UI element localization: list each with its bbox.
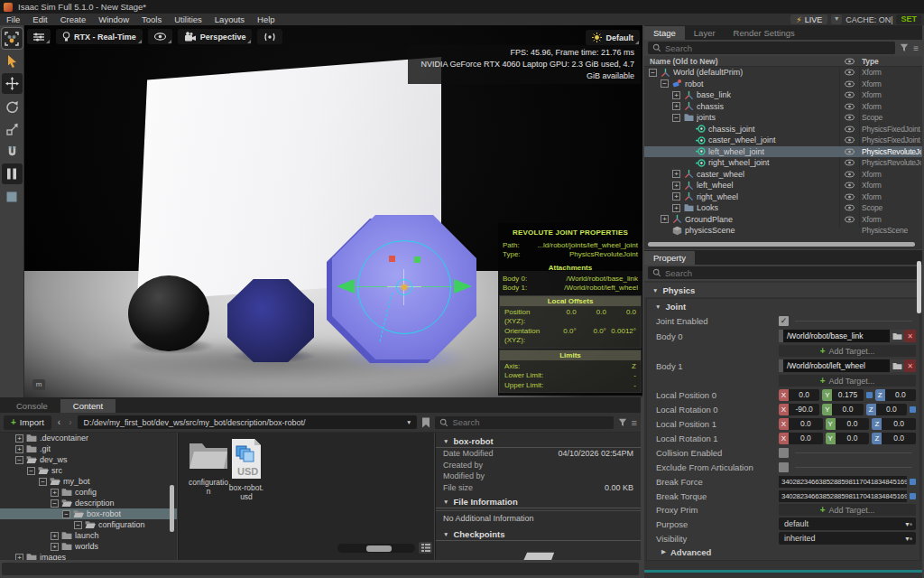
visibility-eye-icon[interactable] (842, 193, 856, 200)
tab-content[interactable]: Content (60, 399, 116, 413)
visibility-eye-icon[interactable] (842, 114, 856, 121)
field-local-rotation-1-z[interactable]: Z0.0 (872, 433, 916, 444)
axis-value[interactable]: 0.0 (836, 433, 870, 444)
axis-value[interactable]: 0.0 (789, 389, 819, 401)
section-advanced[interactable]: ▶Advanced (647, 545, 919, 558)
expander-icon[interactable]: + (15, 434, 23, 443)
stage-row-world-defaultprim[interactable]: −World (defaultPrim)Xform (644, 67, 922, 79)
visibility-eye-icon[interactable] (842, 204, 856, 211)
lighting-button[interactable]: Default (586, 30, 640, 45)
menu-file[interactable]: File (0, 14, 26, 24)
dropdown-purpose[interactable]: default▼ (779, 517, 916, 530)
stage-row-physicsscene[interactable]: physicsScenePhysicsScene (644, 225, 922, 237)
visibility-eye-icon[interactable] (842, 216, 856, 223)
file-information-header[interactable]: ▼File Information (436, 495, 641, 508)
bookmark-icon[interactable] (421, 417, 430, 428)
stage-search-input[interactable]: Search (648, 42, 895, 54)
tab-layer[interactable]: Layer (685, 26, 725, 40)
details-header[interactable]: ▼box-robot (436, 434, 641, 448)
expander-icon[interactable]: + (51, 543, 59, 551)
select-mode-tool-button[interactable] (2, 28, 23, 49)
target-path-value[interactable]: /World/robot/left_wheel (783, 359, 890, 372)
import-button[interactable]: +Import (4, 415, 51, 430)
expander-icon[interactable]: − (62, 510, 70, 518)
stage-horizontal-scrollbar[interactable] (648, 242, 915, 247)
folder-row-my-bot[interactable]: −my_bot (0, 476, 177, 487)
gizmo-handle-green[interactable] (414, 256, 420, 263)
number-field-break-force[interactable]: 340282346638528859811704183484516925440.… (779, 476, 907, 488)
expander-icon[interactable]: − (39, 478, 47, 486)
folder-row-launch[interactable]: +launch (0, 530, 177, 541)
viewport-settings-button[interactable] (27, 29, 51, 44)
stage-row-caster-wheel[interactable]: +caster_wheelXform (644, 169, 922, 181)
section-physics[interactable]: ▼Physics (644, 283, 922, 297)
viewport-3d[interactable]: RTX - Real-Time Perspective Default FPS:… (24, 25, 642, 397)
stage-row-robot[interactable]: −robotXform (644, 79, 922, 90)
expander-icon[interactable]: − (51, 499, 59, 508)
visibility-eye-icon[interactable] (842, 148, 856, 155)
expander-icon[interactable]: + (672, 204, 680, 212)
stage-row-left-wheel-joint[interactable]: left_wheel_jointPhysicsRevoluteJoint (644, 146, 922, 158)
expander-icon[interactable]: + (672, 91, 680, 99)
visibility-eye-icon[interactable] (842, 136, 856, 144)
stage-row-looks[interactable]: +LooksScope (644, 202, 922, 214)
options-icon[interactable]: ≡ (632, 417, 637, 428)
filter-icon[interactable] (618, 418, 627, 427)
cache-set-button[interactable]: SET (896, 14, 921, 24)
menu-edit[interactable]: Edit (26, 14, 53, 24)
gizmo-arrow-right[interactable] (454, 279, 472, 294)
add-target-button[interactable]: +Add Target... (779, 504, 916, 516)
expander-icon[interactable]: + (672, 192, 680, 200)
axis-value[interactable]: 0.0 (882, 418, 916, 430)
dropdown-visibility[interactable]: inherited▼ (779, 532, 916, 545)
field-local-rotation-1-x[interactable]: X0.0 (779, 433, 823, 444)
expander-icon[interactable]: − (15, 456, 23, 464)
list-view-toggle[interactable] (419, 542, 432, 554)
scale-tool-button[interactable] (2, 118, 23, 139)
visibility-eye-icon[interactable] (842, 182, 856, 189)
field-local-rotation-0-x[interactable]: X-90.0 (779, 404, 819, 415)
live-dropdown-icon[interactable]: ▼ (831, 14, 842, 24)
stage-row-groundplane[interactable]: +GroundPlaneXform (644, 214, 922, 226)
live-button[interactable]: ⚡LIVE (790, 14, 827, 24)
expander-icon[interactable]: + (661, 215, 669, 223)
field-local-position-1-y[interactable]: Y0.0 (826, 418, 870, 430)
folder-row-config[interactable]: +config (0, 487, 177, 498)
expander-icon[interactable]: − (27, 467, 35, 475)
visibility-eye-icon[interactable] (842, 69, 856, 76)
section-joint[interactable]: ▼Joint (647, 299, 919, 313)
gizmo-center-dot[interactable] (402, 284, 407, 290)
stage-column-header[interactable]: Name (Old to New) Type (644, 56, 922, 67)
field-local-position-0-y[interactable]: Y0.175 (822, 389, 863, 401)
stage-row-base-link[interactable]: +base_linkXform (644, 89, 922, 101)
camera-button[interactable]: Perspective (178, 29, 253, 44)
browse-folder-icon[interactable] (890, 359, 904, 372)
field-local-position-1-x[interactable]: X0.0 (779, 418, 823, 430)
checkpoints-header[interactable]: ▼Checkpoints (436, 527, 641, 541)
menu-help[interactable]: Help (251, 14, 282, 24)
axis-value[interactable]: 0.0 (882, 433, 916, 444)
expander-icon[interactable]: + (672, 182, 680, 190)
folder-row-box-robot[interactable]: −box-robot (0, 508, 177, 519)
property-scrollbar[interactable] (917, 261, 921, 313)
caster-wheel-sphere[interactable] (128, 275, 209, 351)
axis-value[interactable]: 0.0 (876, 404, 907, 415)
folder-row-description[interactable]: −description (0, 498, 177, 508)
folder-row-src[interactable]: −src (0, 465, 177, 476)
gizmo-arrow-left[interactable] (337, 279, 355, 294)
menu-create[interactable]: Create (54, 14, 93, 24)
expander-icon[interactable]: − (649, 69, 657, 77)
field-local-position-0-z[interactable]: Z0.0 (875, 389, 916, 401)
expander-icon[interactable]: − (672, 114, 680, 122)
expander-icon[interactable]: + (51, 489, 59, 497)
axis-value[interactable]: 0.0 (789, 433, 823, 444)
axis-value[interactable]: 0.0 (832, 404, 863, 415)
stage-row-caster-wheel-joint[interactable]: caster_wheel_jointPhysicsFixedJoint (644, 135, 922, 146)
number-field-break-torque[interactable]: 340282346638528859811704183484516925440.… (779, 490, 907, 502)
axis-value[interactable]: -90.0 (789, 404, 819, 415)
visibility-eye-icon[interactable] (842, 103, 856, 110)
stage-row-right-wheel-joint[interactable]: right_wheel_jointPhysicsRevoluteJoint (644, 157, 922, 169)
folder-row-dev-ws[interactable]: −dev_ws (0, 454, 177, 465)
property-search-input[interactable]: Search (648, 266, 919, 279)
clear-target-icon[interactable]: ✕ (904, 330, 916, 342)
